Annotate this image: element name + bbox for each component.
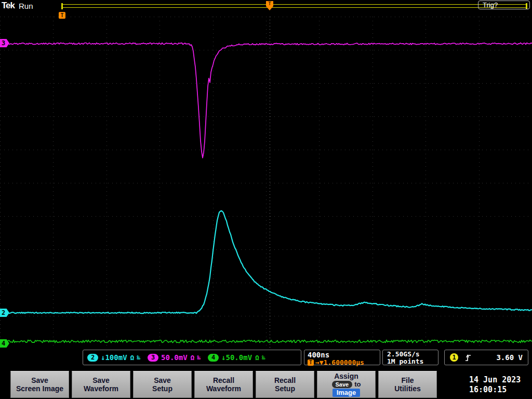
horizontal-delay: T →▼1.600000µs xyxy=(308,358,377,366)
channel-3-scale: 50.0mV xyxy=(161,353,188,362)
channel-2-bandwidth-icon: ‱ xyxy=(137,354,140,361)
edge-trigger-icon xyxy=(464,353,472,362)
sample-rate: 2.50GS/s xyxy=(387,351,434,358)
softkey-menu: Save Screen Image Save Waveform Save Set… xyxy=(10,371,437,398)
button-label: Waveform xyxy=(84,384,118,393)
trigger-source-badge: 1 xyxy=(450,353,458,362)
assign-save-button[interactable]: Assign Save to Image xyxy=(317,371,376,398)
button-label: Save xyxy=(31,376,48,384)
button-label: Recall xyxy=(274,376,296,384)
assign-target-chip: Image xyxy=(332,389,361,397)
channel-4-badge[interactable]: 4 xyxy=(208,354,219,362)
record-length: 1M points xyxy=(387,358,434,365)
date: 14 Jun 2023 xyxy=(469,375,521,385)
oscilloscope-screen: Tek Run T T Trig? 3 2 4 2 ↓100mV Ω ‱ 3 5… xyxy=(0,0,532,399)
channel-4-bandwidth-icon: ‱ xyxy=(262,354,265,361)
trigger-status-indicator: Trig? xyxy=(478,1,530,9)
button-label: Waveform xyxy=(206,384,241,393)
channel-2-impedance: Ω xyxy=(130,354,135,362)
button-label: Setup xyxy=(152,384,172,393)
channel-3-impedance: Ω xyxy=(191,354,195,362)
trace-ch3[interactable] xyxy=(0,43,532,158)
save-waveform-button[interactable]: Save Waveform xyxy=(72,371,130,398)
channel-readouts: 2 ↓100mV Ω ‱ 3 50.0mV Ω ‱ 4 ↓50.0mV Ω ‱ xyxy=(83,350,301,365)
save-setup-button[interactable]: Save Setup xyxy=(133,371,192,398)
button-label: Setup xyxy=(275,384,295,393)
trigger-readout[interactable]: 1 3.60 V xyxy=(444,350,528,365)
trigger-t-badge: T xyxy=(308,360,314,366)
acquisition-readout[interactable]: 2.50GS/s 1M points xyxy=(382,350,438,365)
button-label: to xyxy=(354,380,361,388)
button-label: File xyxy=(401,376,414,384)
channel-2-scale: ↓100mV xyxy=(101,353,127,362)
expansion-point-marker[interactable]: T xyxy=(266,1,273,10)
waveform-display[interactable] xyxy=(0,17,532,349)
save-key-pill: Save xyxy=(332,381,353,388)
record-view-left-bracket xyxy=(61,3,63,9)
time: 16:00:15 xyxy=(469,385,521,395)
channel-4-impedance: Ω xyxy=(255,354,259,362)
channel-4-scale: ↓50.0mV xyxy=(221,353,252,362)
recall-setup-button[interactable]: Recall Setup xyxy=(256,371,314,398)
record-view-bar xyxy=(61,4,527,8)
trigger-delay-readout: →▼1.600000µs xyxy=(315,358,364,366)
tek-logo: Tek xyxy=(2,1,15,11)
trigger-position-flag[interactable]: T xyxy=(59,12,65,19)
button-label: Screen Image xyxy=(16,384,63,393)
button-label: Recall xyxy=(213,376,234,384)
horizontal-scale: 400ns xyxy=(308,351,377,359)
button-label: Save xyxy=(92,376,110,384)
button-label: Save xyxy=(154,376,171,384)
trigger-level: 3.60 V xyxy=(496,353,523,362)
file-utilities-button[interactable]: File Utilities xyxy=(378,371,437,398)
channel-3-bandwidth-icon: ‱ xyxy=(197,354,201,361)
button-label: Assign xyxy=(334,372,358,380)
channel-3-badge[interactable]: 3 xyxy=(148,354,158,362)
channel-2-badge[interactable]: 2 xyxy=(87,354,98,362)
recall-waveform-button[interactable]: Recall Waveform xyxy=(194,371,253,398)
datetime-display: 14 Jun 2023 16:00:15 xyxy=(469,375,521,395)
save-screen-image-button[interactable]: Save Screen Image xyxy=(10,371,69,398)
horizontal-readout[interactable]: 400ns T →▼1.600000µs xyxy=(304,350,380,365)
acquisition-status: Run xyxy=(19,2,33,10)
button-label: Utilities xyxy=(394,384,421,393)
